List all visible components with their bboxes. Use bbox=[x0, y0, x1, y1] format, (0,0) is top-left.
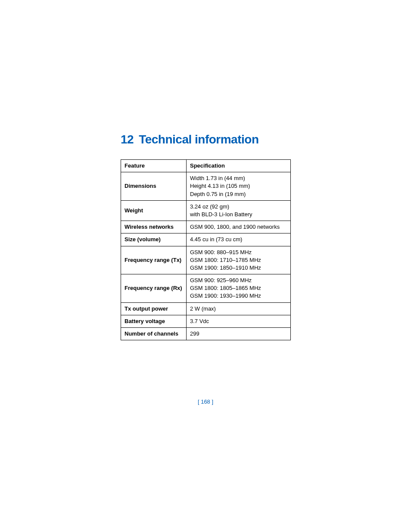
chapter-title: 12Technical information bbox=[121, 133, 290, 146]
table-row: Size (volume)4.45 cu in (73 cu cm) bbox=[121, 233, 291, 246]
header-spec: Specification bbox=[187, 160, 291, 172]
table-row: DimensionsWidth 1.73 in (44 mm)Height 4.… bbox=[121, 172, 291, 201]
chapter-number: 12 bbox=[121, 133, 134, 146]
table-row: Number of channels299 bbox=[121, 328, 291, 340]
spec-cell: 299 bbox=[187, 328, 291, 340]
table-header-row: Feature Specification bbox=[121, 160, 291, 172]
feature-cell: Tx output power bbox=[121, 302, 187, 315]
feature-cell: Size (volume) bbox=[121, 233, 187, 246]
spec-cell: 3.7 Vdc bbox=[187, 315, 291, 327]
feature-cell: Battery voltage bbox=[121, 315, 187, 327]
table-row: Wireless networksGSM 900, 1800, and 1900… bbox=[121, 221, 291, 233]
table-row: Battery voltage3.7 Vdc bbox=[121, 315, 291, 327]
table-row: Tx output power2 W (max) bbox=[121, 302, 291, 315]
spec-cell: GSM 900: 925–960 MHzGSM 1800: 1805–1865 … bbox=[187, 274, 291, 303]
feature-cell: Frequency range (Tx) bbox=[121, 246, 187, 274]
header-feature: Feature bbox=[121, 160, 187, 172]
spec-cell: 4.45 cu in (73 cu cm) bbox=[187, 233, 291, 246]
page-number: [ 168 ] bbox=[0, 398, 411, 405]
table-row: Frequency range (Tx)GSM 900: 880–915 MHz… bbox=[121, 246, 291, 274]
table-row: Weight3.24 oz (92 gm)with BLD-3 Li-Ion B… bbox=[121, 200, 291, 221]
specifications-table: Feature Specification DimensionsWidth 1.… bbox=[121, 159, 291, 340]
table-row: Frequency range (Rx)GSM 900: 925–960 MHz… bbox=[121, 274, 291, 303]
spec-cell: 3.24 oz (92 gm)with BLD-3 Li-Ion Battery bbox=[187, 200, 291, 221]
feature-cell: Frequency range (Rx) bbox=[121, 274, 187, 303]
spec-cell: GSM 900: 880–915 MHzGSM 1800: 1710–1785 … bbox=[187, 246, 291, 274]
feature-cell: Dimensions bbox=[121, 172, 187, 201]
spec-cell: Width 1.73 in (44 mm)Height 4.13 in (105… bbox=[187, 172, 291, 201]
table-body: DimensionsWidth 1.73 in (44 mm)Height 4.… bbox=[121, 172, 291, 340]
feature-cell: Wireless networks bbox=[121, 221, 187, 233]
spec-cell: GSM 900, 1800, and 1900 networks bbox=[187, 221, 291, 233]
chapter-title-text: Technical information bbox=[139, 133, 258, 146]
feature-cell: Number of channels bbox=[121, 328, 187, 340]
spec-cell: 2 W (max) bbox=[187, 302, 291, 315]
feature-cell: Weight bbox=[121, 200, 187, 221]
